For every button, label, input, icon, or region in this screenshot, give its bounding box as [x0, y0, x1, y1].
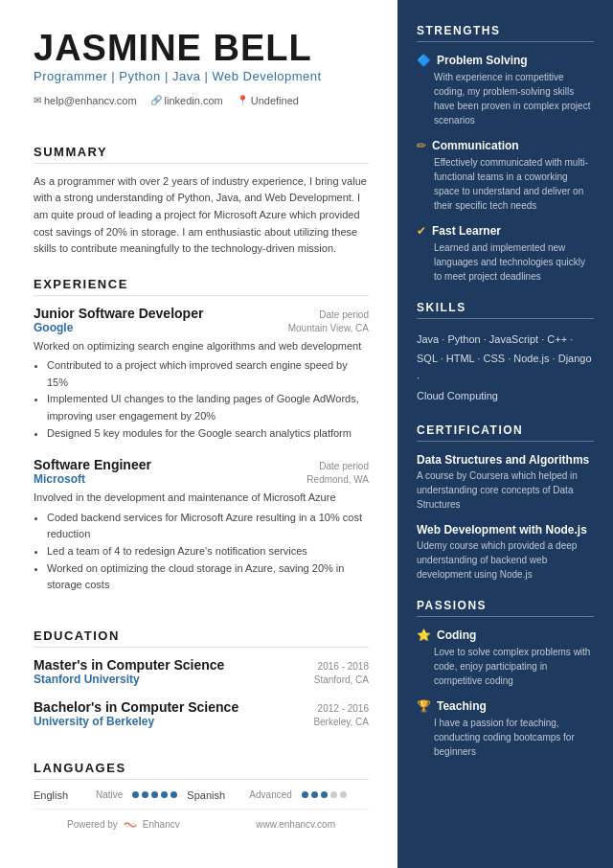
dot	[330, 791, 337, 798]
passion-item-1: ⭐ Coding Love to solve complex problems …	[417, 628, 594, 688]
dot	[340, 791, 347, 798]
cert-desc-2: Udemy course which provided a deep under…	[417, 538, 594, 582]
bullet-item: Designed 5 key modules for the Google se…	[47, 425, 369, 443]
dot	[321, 791, 328, 798]
language-item-1: English Native Spanish Advanced	[34, 789, 369, 801]
cert-item-2: Web Development with Node.js Udemy cours…	[417, 523, 594, 582]
bullet-item: Worked on optimizing the cloud storage i…	[47, 560, 369, 594]
edu-degree-1: Master's in Computer Science	[34, 657, 224, 673]
footer-website: www.enhancv.com	[256, 819, 335, 830]
exp-title-2: Software Engineer	[34, 457, 151, 472]
dot	[311, 791, 318, 798]
edu-school-1: Stanford University	[34, 673, 140, 686]
exp-date-2: Date period	[319, 461, 369, 471]
passion-desc-2: I have a passion for teaching, conductin…	[417, 716, 594, 759]
exp-desc-1: Worked on optimizing search engine algor…	[34, 338, 369, 354]
edu-years-1: 2016 - 2018	[318, 661, 369, 672]
strength-name-2: Communication	[432, 139, 519, 152]
footer-logo: Powered by Enhancv	[67, 819, 180, 830]
lang-name-2: Spanish	[187, 789, 239, 801]
strength-name-1: Problem Solving	[437, 54, 528, 67]
strength-name-3: Fast Learner	[432, 224, 501, 238]
dot	[142, 791, 148, 798]
skills-text: Java · Python · JavaScript · C++ · SQL ·…	[417, 331, 594, 406]
experience-section-title: EXPERIENCE	[34, 277, 369, 296]
languages-section-title: LANGUAGES	[34, 761, 369, 780]
exp-company-2: Microsoft	[34, 472, 85, 486]
dot	[170, 791, 177, 798]
teaching-icon: 🏆	[417, 699, 431, 713]
bullet-item: Led a team of 4 to redesign Azure's noti…	[47, 543, 369, 560]
footer: Powered by Enhancv www.enhancv.com	[34, 809, 369, 839]
strength-desc-3: Learned and implemented new languages an…	[417, 240, 594, 284]
bullet-item: Contributed to a project which improved …	[47, 357, 369, 391]
lang-level-1: Native	[96, 789, 123, 800]
dot	[132, 791, 139, 798]
lang-name-1: English	[34, 789, 86, 801]
passion-item-2: 🏆 Teaching I have a passion for teaching…	[417, 699, 594, 759]
exp-company-1: Google	[34, 321, 73, 334]
education-item-2: Bachelor's in Computer Science 2012 - 20…	[34, 699, 369, 728]
strength-desc-2: Effectively communicated with multi-func…	[417, 155, 594, 213]
fast-learner-icon: ✔	[417, 224, 426, 238]
lang-dots-2	[302, 791, 347, 798]
cert-item-1: Data Structures and Algorithms A course …	[417, 453, 594, 512]
passion-name-2: Teaching	[437, 699, 487, 713]
exp-location-1: Mountain View, CA	[288, 323, 369, 333]
powered-by-text: Powered by	[67, 819, 118, 830]
certification-section-title: CERTIFICATION	[417, 423, 594, 442]
bullet-item: Implemented UI changes to the landing pa…	[47, 391, 369, 424]
lang-dots-1	[132, 791, 177, 798]
email-icon: ✉	[34, 95, 41, 105]
strength-desc-1: With experience in competitive coding, m…	[417, 70, 594, 127]
summary-text: As a programmer with over 2 years of ind…	[34, 173, 369, 258]
strengths-section-title: STRENGTHS	[417, 24, 594, 42]
strength-item-2: ✏ Communication Effectively communicated…	[417, 139, 594, 213]
experience-item-2: Software Engineer Date period Microsoft …	[34, 457, 369, 593]
experience-item-1: Junior Software Developer Date period Go…	[34, 306, 369, 442]
summary-section-title: SUMMARY	[34, 145, 369, 164]
passions-section-title: PASSIONS	[417, 599, 594, 617]
education-item-1: Master's in Computer Science 2016 - 2018…	[34, 657, 369, 686]
skills-section-title: SKILLS	[417, 301, 594, 319]
dot	[161, 791, 168, 798]
edu-degree-2: Bachelor's in Computer Science	[34, 699, 238, 715]
dot	[302, 791, 308, 798]
enhancv-logo-icon	[123, 820, 138, 830]
edu-school-2: University of Berkeley	[34, 715, 154, 728]
contact-linkedin: 🔗 linkedin.com	[150, 95, 223, 106]
strength-item-3: ✔ Fast Learner Learned and implemented n…	[417, 224, 594, 284]
problem-solving-icon: 🔷	[417, 54, 431, 67]
linkedin-icon: 🔗	[150, 95, 162, 105]
dot	[151, 791, 158, 798]
exp-bullets-2: Coded backend services for Microsoft Azu…	[34, 510, 369, 594]
passion-name-1: Coding	[437, 628, 476, 642]
candidate-name: JASMINE BELL	[34, 29, 369, 69]
exp-title-1: Junior Software Developer	[34, 306, 203, 321]
contact-email: ✉ help@enhancv.com	[34, 95, 137, 106]
location-icon: 📍	[237, 95, 248, 105]
coding-icon: ⭐	[417, 628, 431, 642]
edu-location-2: Berkeley, CA	[313, 717, 369, 727]
exp-desc-2: Involved in the development and maintena…	[34, 490, 369, 506]
right-column: STRENGTHS 🔷 Problem Solving With experie…	[397, 0, 613, 868]
exp-date-1: Date period	[319, 309, 369, 320]
edu-location-1: Stanford, CA	[314, 674, 369, 685]
lang-level-2: Advanced	[249, 789, 291, 800]
exp-location-2: Redmond, WA	[306, 474, 369, 485]
cert-desc-1: A course by Coursera which helped in und…	[417, 468, 594, 512]
communication-icon: ✏	[417, 139, 426, 152]
cert-title-2: Web Development with Node.js	[417, 523, 594, 537]
cert-title-1: Data Structures and Algorithms	[417, 453, 594, 467]
edu-years-2: 2012 - 2016	[318, 703, 369, 714]
logo-name: Enhancv	[143, 819, 180, 830]
contact-location: 📍 Undefined	[237, 95, 299, 106]
bullet-item: Coded backend services for Microsoft Azu…	[47, 510, 369, 543]
passion-desc-1: Love to solve complex problems with code…	[417, 645, 594, 688]
strength-item-1: 🔷 Problem Solving With experience in com…	[417, 54, 594, 127]
candidate-subtitle: Programmer | Python | Java | Web Develop…	[34, 69, 369, 83]
exp-bullets-1: Contributed to a project which improved …	[34, 357, 369, 442]
education-section-title: EDUCATION	[34, 628, 369, 648]
